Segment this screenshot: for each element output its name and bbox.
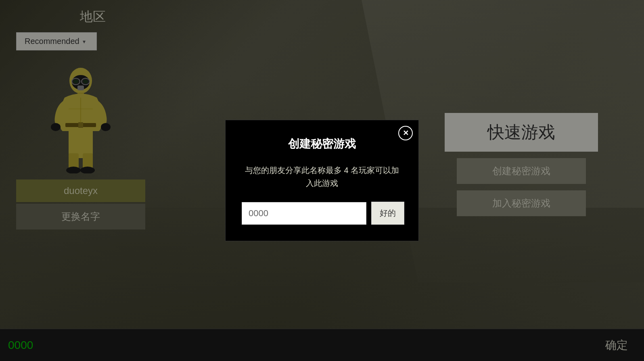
game-code-input[interactable] <box>242 202 366 225</box>
modal-close-button[interactable]: ✕ <box>398 126 413 140</box>
modal-input-row: 好的 <box>242 202 402 225</box>
modal-ok-button[interactable]: 好的 <box>371 202 404 225</box>
modal-overlay: ✕ 创建秘密游戏 与您的朋友分享此名称最多 4 名玩家可以加入此游戏 好的 <box>0 0 644 361</box>
close-icon: ✕ <box>403 129 409 138</box>
modal-title: 创建秘密游戏 <box>242 136 402 152</box>
modal-description: 与您的朋友分享此名称最多 4 名玩家可以加入此游戏 <box>242 164 402 190</box>
create-private-game-modal: ✕ 创建秘密游戏 与您的朋友分享此名称最多 4 名玩家可以加入此游戏 好的 <box>225 120 419 241</box>
